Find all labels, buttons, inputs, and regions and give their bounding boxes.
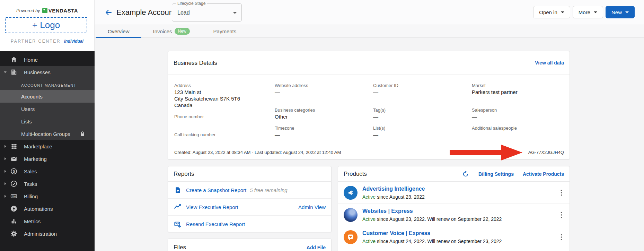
sidebar-item-users[interactable]: Users (0, 103, 95, 115)
files-card: Files Add File (168, 239, 332, 251)
activate-products-link[interactable]: Activate Products (523, 171, 564, 177)
edition-label: Individual (64, 39, 83, 44)
chevron-down-icon (3, 71, 7, 73)
field-address: Address 123 Main st City Saskatchewan S7… (174, 83, 268, 109)
chevron-down-icon (233, 12, 237, 14)
heart-bubble-icon (344, 230, 358, 244)
sidebar-item-home[interactable]: Home (0, 53, 95, 66)
sidebar-item-automations[interactable]: Automations (0, 202, 95, 215)
sidebar-item-accounts[interactable]: Accounts (0, 90, 95, 103)
dollar-circle-icon: $ (10, 167, 18, 175)
tab-overview[interactable]: Overview (96, 25, 141, 37)
create-snapshot-report-row[interactable]: Create a Snapshot Report 5 free remainin… (168, 182, 331, 199)
product-name-link[interactable]: Advertising Intelligence (362, 186, 425, 192)
chevron-right-icon (3, 145, 7, 148)
businesses-group: Businesses ACCOUNT MANAGEMENT Accounts U… (0, 66, 95, 140)
products-card: Products Billing Settings Activate Produ… (338, 166, 570, 251)
chevron-right-icon (3, 182, 7, 185)
file-plus-icon (174, 186, 182, 194)
add-file-link[interactable]: Add File (307, 245, 326, 250)
kebab-menu-icon[interactable] (558, 189, 565, 196)
field-lists: List(s) — (373, 125, 467, 138)
view-executive-report-link[interactable]: View Executive Report (186, 204, 238, 210)
tab-payments[interactable]: Payments (202, 25, 248, 37)
powered-by-row: Powered by VENDASTA (0, 8, 94, 14)
status-details: since August 24, 2022. Will renew on Sep… (376, 239, 502, 244)
kebab-menu-icon[interactable] (558, 234, 565, 241)
product-name-link[interactable]: Websites | Express (362, 208, 413, 214)
status-active: Active (362, 216, 376, 222)
lifecycle-stage-value: Lead (177, 10, 190, 16)
powered-by-text: Powered by (16, 8, 40, 13)
resend-executive-report-link[interactable]: Resend Executive Report (186, 221, 245, 227)
new-badge: New (175, 28, 190, 35)
svg-text:$: $ (13, 169, 15, 173)
field-call-tracking-number: Call tracking number — (174, 132, 268, 145)
sidebar-item-label: Marketplace (24, 144, 52, 149)
partner-center-row: PARTNER CENTER Individual (0, 39, 94, 44)
resend-executive-report-row[interactable]: Resend Executive Report (168, 216, 331, 233)
billing-settings-link[interactable]: Billing Settings (478, 171, 514, 177)
arrow-left-icon (104, 8, 113, 17)
sidebar-item-label: Tasks (24, 181, 37, 187)
field-business-categories: Business categories Other (275, 107, 369, 120)
reports-card: Reports Create a Snapshot Report 5 free … (168, 166, 332, 232)
new-button[interactable]: New (606, 6, 635, 18)
sidebar-item-label: Metrics (24, 218, 41, 224)
sidebar-item-label: Automations (24, 206, 53, 212)
back-button[interactable] (104, 8, 113, 17)
sidebar-item-sales[interactable]: $ Sales (0, 165, 95, 178)
business-details-title: Business Details (174, 60, 217, 67)
bar-chart-icon (10, 217, 18, 225)
sidebar-item-administration[interactable]: Administration (0, 227, 95, 240)
partner-center-label: PARTNER CENTER (11, 39, 61, 44)
red-arrow-annotation (450, 145, 522, 161)
sidebar-item-label: Sales (24, 168, 37, 174)
chevron-right-icon (3, 195, 7, 198)
reports-title: Reports (174, 171, 194, 178)
mail-forward-icon (174, 220, 182, 228)
sidebar-item-businesses[interactable]: Businesses (0, 66, 95, 78)
admin-view-link[interactable]: Admin View (298, 204, 326, 210)
open-in-button[interactable]: Open in (533, 6, 570, 18)
product-name-link[interactable]: Customer Voice | Express (362, 230, 430, 236)
more-button[interactable]: More (573, 6, 603, 18)
create-snapshot-report-link[interactable]: Create a Snapshot Report (186, 187, 246, 193)
chevron-down-icon (594, 11, 597, 13)
product-row-customer-voice-express: Customer Voice | Express Active since Au… (338, 226, 570, 248)
sidebar-item-marketplace[interactable]: Marketplace (0, 140, 95, 153)
sidebar-item-lists[interactable]: Lists (0, 115, 95, 128)
vendasta-mark-icon (42, 8, 47, 13)
chevron-down-icon (625, 11, 629, 13)
svg-text:100: 100 (12, 195, 16, 198)
status-details: since August 23, 2022 (376, 194, 425, 200)
topbar: Example Account Lifecycle Stage Lead Ope… (95, 0, 644, 25)
banknote-icon: 100 (10, 192, 18, 200)
business-details-footer: Created: August 23, 2022 at 08:34 AM · L… (168, 145, 570, 159)
check-circle-icon (10, 180, 18, 188)
chevron-right-icon (3, 170, 7, 173)
sidebar-nav: Home Businesses ACCOUNT MANAGEMENT Accou… (0, 51, 95, 251)
account-id-value: AG-77X2JGJH4Q (528, 150, 564, 155)
view-executive-report-row[interactable]: View Executive Report Admin View (168, 199, 331, 216)
tab-invoices[interactable]: Invoices New (141, 25, 202, 37)
sidebar-item-multi-location-groups[interactable]: Multi-location Groups (0, 128, 95, 140)
refresh-icon[interactable] (462, 170, 469, 178)
sidebar-item-label: Lists (21, 119, 32, 124)
view-all-data-link[interactable]: View all data (535, 60, 564, 66)
kebab-menu-icon[interactable] (558, 211, 565, 218)
sidebar-item-metrics[interactable]: Metrics (0, 215, 95, 227)
sidebar-item-billing[interactable]: 100 Billing (0, 190, 95, 202)
lock-icon (79, 131, 86, 138)
status-details: since August 23, 2022. Will renew on Sep… (376, 216, 502, 222)
websites-product-avatar (344, 208, 358, 222)
sidebar-item-tasks[interactable]: Tasks (0, 178, 95, 190)
products-title: Products (344, 171, 367, 178)
lifecycle-stage-select[interactable]: Lifecycle Stage Lead (172, 3, 242, 21)
sidebar-item-marketing[interactable]: Marketing (0, 153, 95, 165)
business-details-card: Business Details View all data Address 1… (168, 51, 570, 159)
product-row-websites-express: Websites | Express Active since August 2… (338, 204, 570, 226)
home-icon (10, 55, 18, 64)
add-logo-placeholder[interactable]: + Logo (5, 17, 87, 33)
product-row-advertising-intelligence: Advertising Intelligence Active since Au… (338, 182, 570, 204)
